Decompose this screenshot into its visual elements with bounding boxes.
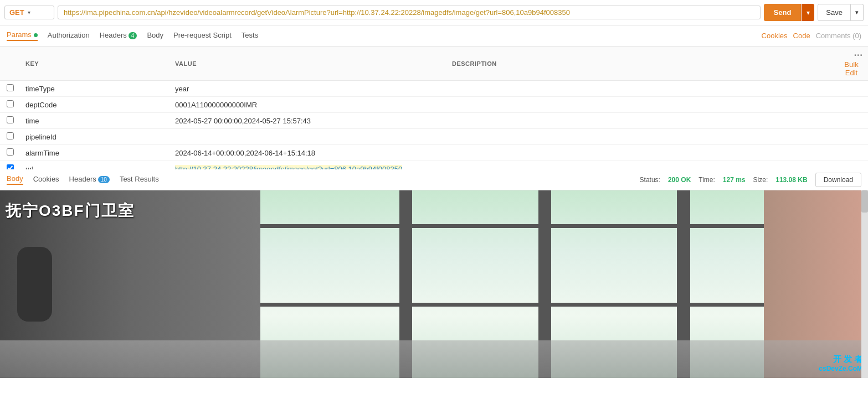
row-key-cell: pipelineId [20,129,170,145]
row-action-cell [835,129,868,145]
code-link[interactable]: Code [793,32,810,40]
row-action-cell [835,145,868,161]
resp-tab-cookies[interactable]: Cookies [33,175,59,184]
size-label: Size: [753,176,768,184]
url-value-highlight: http://10.37.24.22:20228/imagedfs/image/… [175,165,402,170]
col-key-header: KEY [20,46,170,81]
row-action-cell [835,81,868,97]
method-dropdown-arrow: ▾ [28,9,30,15]
send-dropdown-button[interactable]: ▾ [802,4,814,21]
tab-headers[interactable]: Headers4 [100,31,137,40]
table-row: deptCode 0001A110000000000IMR [0,97,868,113]
resp-headers-badge: 10 [98,176,110,183]
floor-area [0,340,868,378]
dev-watermark-line1: 开 发 者 [819,354,862,365]
row-checkbox-cell[interactable] [0,97,20,113]
params-table: KEY VALUE DESCRIPTION ⋯ Bulk Edit timeTy… [0,46,868,169]
table-row: time 2024-05-27 00:00:00,2024-05-27 15:5… [0,113,868,129]
url-input-wrapper [58,6,761,19]
table-row: alarmTime 2024-06-14+00:00:00,2024-06-14… [0,145,868,161]
row-desc-cell [446,97,835,113]
url-input[interactable] [64,8,754,17]
params-dot [34,33,38,37]
row-action-cell [835,97,868,113]
row-value-cell: 0001A110000000000IMR [170,97,446,113]
row-checkbox-cell[interactable] [0,81,20,97]
row-checkbox-cell[interactable] [0,161,20,170]
tab-authorization[interactable]: Authorization [48,31,90,40]
bulk-edit-button[interactable]: Bulk Edit [840,60,862,77]
send-button[interactable]: Send [764,4,802,21]
row-checkbox[interactable] [7,164,14,169]
row-checkbox-cell[interactable] [0,113,20,129]
tab-tests[interactable]: Tests [242,31,258,40]
table-row: timeType year [0,81,868,97]
row-desc-cell [446,129,835,145]
row-action-cell [835,161,868,170]
row-value-cell [170,129,446,145]
row-checkbox-cell[interactable] [0,145,20,161]
tab-prerequest[interactable]: Pre-request Script [173,31,232,40]
top-bar: GET ▾ Send ▾ Save ▾ [0,0,868,25]
params-table-header: KEY VALUE DESCRIPTION ⋯ Bulk Edit [0,46,868,81]
status-value: 200 OK [668,176,691,184]
status-label: Status: [640,176,660,184]
row-desc-cell [446,81,835,97]
row-action-cell [835,113,868,129]
send-button-group: Send ▾ [764,4,815,21]
cookies-link[interactable]: Cookies [762,32,788,40]
camera-watermark: 抚宁O3BF门卫室 [6,200,135,221]
col-desc-header: DESCRIPTION [446,46,835,81]
tab-body[interactable]: Body [147,31,163,40]
row-checkbox[interactable] [7,132,14,139]
download-button[interactable]: Download [815,173,861,187]
response-tabs-row: Body Cookies Headers10 Test Results Stat… [0,169,868,190]
row-value-cell: year [170,81,446,97]
response-status-bar: Status: 200 OK Time: 127 ms Size: 113.08… [640,173,861,187]
resp-tab-body[interactable]: Body [7,174,23,185]
row-checkbox[interactable] [7,116,14,123]
save-dropdown-button[interactable]: ▾ [851,4,864,21]
response-body-area: 抚宁O3BF门卫室 开 发 者 csDevZe.CoM [0,190,868,378]
col-checkbox-header [0,46,20,81]
row-desc-cell [446,113,835,129]
resp-tab-testresults[interactable]: Test Results [120,175,159,184]
resp-tab-headers[interactable]: Headers10 [69,175,110,184]
headers-badge: 4 [129,32,137,39]
request-tabs-right: Cookies Code Comments (0) [762,32,861,40]
time-value: 127 ms [723,176,746,184]
door-handle [17,247,52,322]
table-row: url http://10.37.24.22:20228/imagedfs/im… [0,161,868,170]
size-value: 113.08 KB [775,176,807,184]
camera-scene: 抚宁O3BF门卫室 开 发 者 csDevZe.CoM [0,190,868,378]
comments-link[interactable]: Comments (0) [816,32,861,40]
row-key-cell: url [20,161,170,170]
table-row: pipelineId [0,129,868,145]
row-desc-cell [446,145,835,161]
row-checkbox[interactable] [7,100,14,107]
row-key-cell: alarmTime [20,145,170,161]
request-tabs-row: Params Authorization Headers4 Body Pre-r… [0,25,868,46]
row-value-cell: http://10.37.24.22:20228/imagedfs/image/… [170,161,446,170]
row-checkbox[interactable] [7,84,14,91]
dev-watermark-line2: csDevZe.CoM [819,365,862,372]
more-icon[interactable]: ⋯ [854,50,863,60]
row-checkbox-cell[interactable] [0,129,20,145]
tab-params[interactable]: Params [7,30,38,41]
params-area: KEY VALUE DESCRIPTION ⋯ Bulk Edit timeTy… [0,46,868,169]
row-checkbox[interactable] [7,148,14,156]
row-key-cell: time [20,113,170,129]
col-value-header: VALUE [170,46,446,81]
response-scrollbar[interactable] [861,190,868,378]
method-selector[interactable]: GET ▾ [4,6,54,19]
scroll-thumb[interactable] [861,190,868,213]
method-label: GET [9,8,24,17]
row-desc-cell [446,161,835,170]
row-value-cell: 2024-05-27 00:00:00,2024-05-27 15:57:43 [170,113,446,129]
save-button-group: Save ▾ [818,4,864,21]
col-actions-header: ⋯ Bulk Edit [835,46,868,81]
dev-watermark: 开 发 者 csDevZe.CoM [819,354,862,372]
row-value-cell: 2024-06-14+00:00:00,2024-06-14+15:14:18 [170,145,446,161]
save-button[interactable]: Save [818,4,851,21]
row-key-cell: timeType [20,81,170,97]
